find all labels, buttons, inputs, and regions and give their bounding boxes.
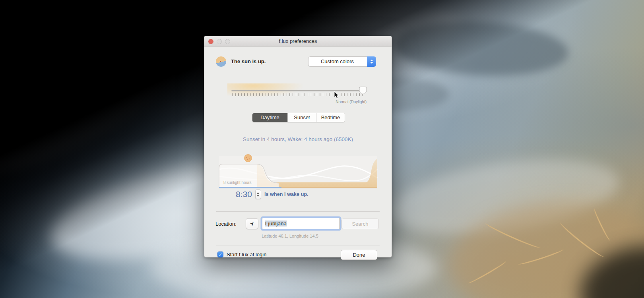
desktop: f.lux preferences The sun is up. Custom … [0, 0, 644, 298]
sunlight-hours-label: 8 sunlight hours [223, 180, 252, 185]
location-input[interactable] [262, 218, 339, 229]
section-divider [216, 211, 380, 212]
search-button[interactable]: Search [341, 219, 379, 229]
daylight-chart: 8 sunlight hours [219, 156, 377, 188]
tab-daytime[interactable]: Daytime [252, 113, 287, 122]
slider-value-label: Normal (Daylight) [336, 100, 367, 104]
mouse-cursor-arrow [334, 91, 339, 101]
done-button[interactable]: Done [341, 250, 377, 260]
sun-over-water-icon [216, 56, 226, 67]
sun-status-text: The sun is up. [231, 58, 266, 64]
night-bar-orange [281, 187, 377, 188]
color-temperature-slider-knob[interactable] [359, 86, 367, 96]
chevron-down-icon [370, 62, 373, 64]
color-temperature-slider-track[interactable] [231, 90, 366, 91]
locate-me-button[interactable]: ➤ [246, 218, 258, 229]
arrow-up-icon [257, 192, 259, 194]
chevron-up-icon [370, 60, 373, 61]
coordinates-text: Latitude 46.1, Longitude 14.5 [204, 234, 376, 238]
flux-preferences-window: f.lux preferences The sun is up. Custom … [204, 36, 392, 257]
warm-color-glow [227, 83, 331, 99]
wake-time-label: is when I wake up. [264, 192, 308, 197]
window-titlebar[interactable]: f.lux preferences [204, 36, 392, 46]
daylight-bar-blue [219, 187, 281, 188]
window-title: f.lux preferences [204, 36, 392, 46]
wake-time-row: 8:30 is when I wake up. [236, 190, 308, 199]
sun-position-icon [244, 155, 252, 162]
tab-bedtime[interactable]: Bedtime [316, 113, 345, 122]
slider-tick-marks [232, 93, 364, 96]
location-arrow-icon: ➤ [247, 219, 257, 229]
start-at-login-label: Start f.lux at login [227, 252, 266, 257]
color-preset-value: Custom colors [308, 57, 366, 66]
color-preset-dropdown[interactable]: Custom colors [308, 56, 376, 67]
up-down-arrows-icon[interactable] [255, 190, 261, 199]
location-field-wrap [262, 218, 340, 229]
location-label: Location: [215, 218, 237, 230]
up-down-chevrons-icon[interactable] [367, 56, 376, 67]
footer-divider [216, 245, 380, 246]
time-of-day-tabs: Daytime Sunset Bedtime [252, 113, 345, 122]
tab-sunset[interactable]: Sunset [287, 113, 316, 122]
arrow-down-icon [257, 195, 259, 197]
schedule-status-text: Sunset in 4 hours, Wake: 4 hours ago (65… [204, 136, 392, 142]
wake-time-value[interactable]: 8:30 [236, 190, 252, 199]
window-content: The sun is up. Custom colors Normal (Day… [204, 46, 392, 257]
start-at-login-checkbox[interactable]: ✓ [217, 252, 223, 257]
